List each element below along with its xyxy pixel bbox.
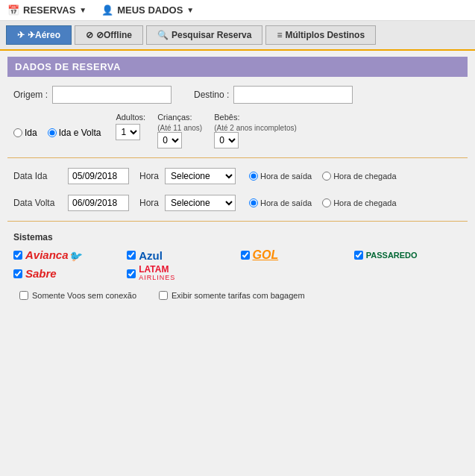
options-checkbox-row: Somente Voos sem conexão Exibir somente … xyxy=(13,288,462,303)
hora-chegada-radio-1[interactable]: Hora de chegada xyxy=(322,172,396,181)
origem-destino-row: Origem : Destino : xyxy=(7,86,468,104)
somente-voos-label: Somente Voos sem conexão xyxy=(32,291,136,300)
main-content: DADOS DE RESERVA Origem : Destino : Ida … xyxy=(0,51,475,313)
destino-group: Destino : xyxy=(194,86,353,104)
hora-chegada-radio-2[interactable]: Hora de chegada xyxy=(322,198,396,207)
offline-icon: ⊘ xyxy=(86,30,93,40)
nav-meus-dados[interactable]: 👤 MEUS DADOS ▼ xyxy=(101,4,194,16)
exibir-tarifas-checkbox-item[interactable]: Exibir somente tarifas com bagagem xyxy=(159,291,305,300)
bebes-select[interactable]: 012 xyxy=(214,132,239,148)
exibir-tarifas-label: Exibir somente tarifas com bagagem xyxy=(172,291,305,300)
radio-ida[interactable]: Ida xyxy=(13,128,37,138)
avianca-logo: Avianca🐦 xyxy=(25,248,81,262)
tab-multiplos-label: Múltiplos Destinos xyxy=(285,30,365,40)
hora-chegada-radio-2-input[interactable] xyxy=(322,198,331,207)
adultos-label: Adultos: xyxy=(116,113,145,122)
checkbox-somente-voos[interactable] xyxy=(19,291,28,300)
adultos-select[interactable]: 1234 xyxy=(116,124,140,140)
airline-azul: Azul xyxy=(127,248,234,262)
hora-label-2: Hora xyxy=(139,198,159,208)
gol-logo: GOL xyxy=(253,248,279,262)
tab-offline[interactable]: ⊘ ⊘Offline xyxy=(75,25,143,45)
data-volta-row: Data Volta Hora Selecione 00:0006:0012:0… xyxy=(7,191,468,215)
tab-offline-label: ⊘Offline xyxy=(96,30,132,40)
chevron-down-icon: ▼ xyxy=(79,6,86,14)
destino-input[interactable] xyxy=(233,86,353,104)
time-radio-group-2: Hora de saída Hora de chegada xyxy=(249,198,397,207)
data-ida-row: Data Ida Hora Selecione 00:0006:0012:001… xyxy=(7,164,468,188)
section-title: DADOS DE RESERVA xyxy=(15,61,121,72)
chevron-down-icon-2: ▼ xyxy=(186,6,194,14)
airlines-grid: Avianca🐦 Azul GOL PASSAREDO Sabre xyxy=(13,248,462,282)
checkbox-avianca[interactable] xyxy=(13,251,22,260)
azul-logo: Azul xyxy=(139,249,163,262)
nav-meus-dados-label: MEUS DADOS xyxy=(117,4,183,16)
time-radio-group-1: Hora de saída Hora de chegada xyxy=(249,172,397,181)
destino-label: Destino : xyxy=(194,90,229,100)
tab-bar: ✈ ✈Aéreo ⊘ ⊘Offline 🔍 Pesquisar Reserva … xyxy=(0,21,475,51)
airline-passaredo: PASSAREDO xyxy=(354,248,462,262)
hora-volta-select[interactable]: Selecione 00:0006:0012:0018:00 xyxy=(165,195,236,211)
hora-saida-label-2: Hora de saída xyxy=(260,198,312,207)
airline-gol: GOL xyxy=(241,248,348,262)
data-volta-input[interactable] xyxy=(68,195,129,211)
criancas-label: Crianças: xyxy=(157,113,192,122)
hora-saida-radio-2-input[interactable] xyxy=(249,198,258,207)
trip-radio-group: Ida Ida e Volta xyxy=(13,128,101,138)
bebes-sub: (Até 2 anos incompletos) xyxy=(214,124,297,132)
hora-chegada-label-1: Hora de chegada xyxy=(333,172,396,181)
checkbox-azul[interactable] xyxy=(127,251,136,260)
criancas-select[interactable]: 0123 xyxy=(157,132,182,148)
hora-label-1: Hora xyxy=(139,171,159,181)
data-volta-label: Data Volta xyxy=(13,198,62,208)
radio-ida-volta-label: Ida e Volta xyxy=(59,128,101,138)
sistemas-label: Sistemas xyxy=(13,232,462,242)
hora-saida-radio-1[interactable]: Hora de saída xyxy=(249,172,312,181)
tab-pesquisar-label: Pesquisar Reserva xyxy=(172,30,251,40)
trip-type-row: Ida Ida e Volta Adultos: 1234 Crianças: … xyxy=(7,110,468,151)
checkbox-gol[interactable] xyxy=(241,251,250,260)
tab-multiplos[interactable]: ≡ Múltiplos Destinos xyxy=(265,25,376,45)
checkbox-sabre[interactable] xyxy=(13,269,22,278)
airline-avianca: Avianca🐦 xyxy=(13,248,121,262)
checkbox-passaredo[interactable] xyxy=(354,251,363,260)
origem-label: Origem : xyxy=(13,90,48,100)
hora-ida-select[interactable]: Selecione 00:0006:0012:0018:00 xyxy=(165,168,236,184)
hora-chegada-radio-1-input[interactable] xyxy=(322,172,331,181)
tab-aereo-label: ✈Aéreo xyxy=(28,30,60,40)
plane-icon: ✈ xyxy=(17,30,25,40)
adultos-col: Adultos: 1234 xyxy=(116,113,145,140)
search-icon: 🔍 xyxy=(157,30,169,40)
nav-reservas-label: RESERVAS xyxy=(23,4,75,16)
criancas-col: Crianças: (Até 11 anos) 0123 xyxy=(157,113,202,148)
airline-sabre: Sabre xyxy=(13,265,121,282)
latam-logo: LATAM AIRLINES xyxy=(139,265,175,282)
hora-saida-radio-1-input[interactable] xyxy=(249,172,258,181)
criancas-sub: (Até 11 anos) xyxy=(157,124,202,132)
calendar-icon: 📅 xyxy=(7,4,19,16)
checkbox-exibir-tarifas[interactable] xyxy=(159,291,168,300)
tab-aereo[interactable]: ✈ ✈Aéreo xyxy=(6,25,72,45)
hora-saida-radio-2[interactable]: Hora de saída xyxy=(249,198,312,207)
origem-input[interactable] xyxy=(52,86,172,104)
sistemas-section: Sistemas Avianca🐦 Azul GOL PASSAREDO xyxy=(7,228,468,307)
radio-ida-volta[interactable]: Ida e Volta xyxy=(48,128,101,138)
radio-ida-input[interactable] xyxy=(13,128,22,137)
radio-ida-volta-input[interactable] xyxy=(48,128,57,137)
list-icon: ≡ xyxy=(277,30,282,40)
tab-pesquisar[interactable]: 🔍 Pesquisar Reserva xyxy=(146,25,262,45)
divider-1 xyxy=(7,157,468,158)
divider-2 xyxy=(7,221,468,222)
data-ida-input[interactable] xyxy=(68,168,129,184)
airline-latam: LATAM AIRLINES xyxy=(127,265,234,282)
bebes-col: Bebês: (Até 2 anos incompletos) 012 xyxy=(214,113,297,148)
nav-reservas[interactable]: 📅 RESERVAS ▼ xyxy=(7,4,86,16)
top-navigation: 📅 RESERVAS ▼ 👤 MEUS DADOS ▼ xyxy=(0,0,475,21)
radio-ida-label: Ida xyxy=(25,128,37,138)
checkbox-latam[interactable] xyxy=(127,269,136,278)
data-ida-label: Data Ida xyxy=(13,171,62,181)
hora-saida-label-1: Hora de saída xyxy=(260,172,312,181)
somente-voos-checkbox-item[interactable]: Somente Voos sem conexão xyxy=(19,291,136,300)
sabre-logo: Sabre xyxy=(25,267,57,280)
user-icon: 👤 xyxy=(101,4,113,16)
